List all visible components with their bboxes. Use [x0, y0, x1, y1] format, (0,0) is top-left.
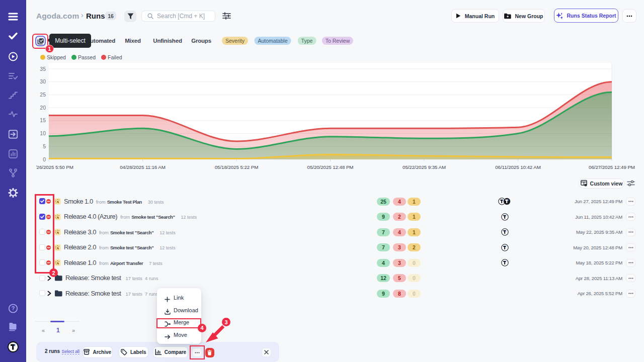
svg-text:05/18/2025 5:22 PM: 05/18/2025 5:22 PM: [215, 164, 258, 170]
svg-text:15: 15: [40, 117, 46, 123]
svg-text:04/28/2025 11:16 AM: 04/28/2025 11:16 AM: [120, 164, 166, 170]
svg-text:10: 10: [40, 130, 46, 136]
svg-text:06/11/2025 10:42 AM: 06/11/2025 10:42 AM: [495, 164, 541, 170]
svg-text:04/26/2025 5:50 PM: 04/26/2025 5:50 PM: [30, 164, 73, 170]
svg-text:20: 20: [40, 105, 46, 111]
svg-text:30: 30: [40, 78, 46, 84]
svg-text:0: 0: [43, 156, 46, 162]
svg-text:06/27/2025 12:49 PM: 06/27/2025 12:49 PM: [589, 164, 635, 170]
svg-text:05/22/2025 9:35 AM: 05/22/2025 9:35 AM: [403, 164, 446, 170]
svg-text:5: 5: [43, 143, 46, 149]
svg-text:05/20/2025 12:48 PM: 05/20/2025 12:48 PM: [307, 164, 354, 170]
svg-text:25: 25: [40, 92, 46, 98]
svg-text:?: ?: [12, 305, 15, 311]
svg-text:35: 35: [40, 66, 46, 72]
